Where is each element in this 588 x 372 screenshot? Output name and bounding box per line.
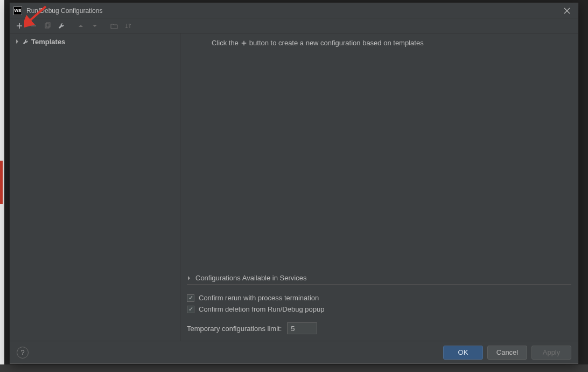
confirm-deletion-checkbox[interactable] <box>187 306 194 313</box>
confirm-deletion-row: Confirm deletion from Run/Debug popup <box>185 304 573 315</box>
add-config-button[interactable] <box>13 20 25 32</box>
move-down-button[interactable] <box>89 20 101 32</box>
temp-limit-label: Temporary configurations limit: <box>187 325 282 333</box>
titlebar: WS Run/Debug Configurations <box>10 3 578 18</box>
apply-button[interactable]: Apply <box>531 346 571 360</box>
dialog-footer: ? OK Cancel Apply <box>10 341 578 363</box>
background-red-strip <box>0 161 3 204</box>
wrench-icon <box>22 38 29 45</box>
close-button[interactable] <box>559 3 575 18</box>
hint-suffix: button to create a new configuration bas… <box>249 39 424 47</box>
templates-node[interactable]: Templates <box>10 36 180 47</box>
confirm-rerun-row: Confirm rerun with process termination <box>185 292 573 304</box>
move-up-button[interactable] <box>75 20 87 32</box>
hint-prefix: Click the <box>212 39 239 47</box>
folder-icon <box>110 22 118 30</box>
services-section-label: Configurations Available in Services <box>195 274 306 282</box>
confirm-rerun-label: Confirm rerun with process termination <box>199 294 319 302</box>
edit-defaults-button[interactable] <box>55 20 67 32</box>
dialog-body: Templates Click the button to create a n… <box>10 33 578 341</box>
wrench-icon <box>58 22 65 30</box>
empty-hint: Click the button to create a new configu… <box>185 36 573 47</box>
main-panel: Click the button to create a new configu… <box>180 33 578 341</box>
close-icon <box>564 8 570 14</box>
services-section-header[interactable]: Configurations Available in Services <box>187 272 571 285</box>
copy-config-button[interactable] <box>41 20 53 32</box>
confirm-rerun-checkbox[interactable] <box>187 294 194 302</box>
config-tree[interactable]: Templates <box>10 33 180 341</box>
toolbar <box>10 18 578 33</box>
ok-button[interactable]: OK <box>443 346 483 360</box>
svg-rect-1 <box>46 23 50 27</box>
chevron-right-icon <box>187 274 192 282</box>
chevron-right-icon <box>15 39 20 44</box>
svg-rect-0 <box>45 24 49 28</box>
remove-config-button[interactable] <box>27 20 39 32</box>
confirm-deletion-label: Confirm deletion from Run/Debug popup <box>199 305 324 313</box>
down-icon <box>91 22 99 30</box>
background-bottom-bar <box>0 364 588 372</box>
templates-label: Templates <box>31 38 65 46</box>
app-icon: WS <box>13 6 22 15</box>
temp-limit-row: Temporary configurations limit: <box>185 315 573 336</box>
up-icon <box>77 22 85 30</box>
remove-icon <box>30 22 37 30</box>
cancel-button[interactable]: Cancel <box>487 346 527 360</box>
copy-icon <box>44 22 51 30</box>
sort-button[interactable] <box>122 20 134 32</box>
window-title: Run/Debug Configurations <box>26 7 559 15</box>
run-debug-config-dialog: WS Run/Debug Configurations <box>10 3 578 364</box>
plus-icon <box>241 40 247 46</box>
folder-button[interactable] <box>108 20 120 32</box>
add-icon <box>16 22 23 30</box>
temp-limit-input[interactable] <box>287 322 317 334</box>
sort-icon <box>124 22 132 30</box>
help-button[interactable]: ? <box>17 347 29 359</box>
